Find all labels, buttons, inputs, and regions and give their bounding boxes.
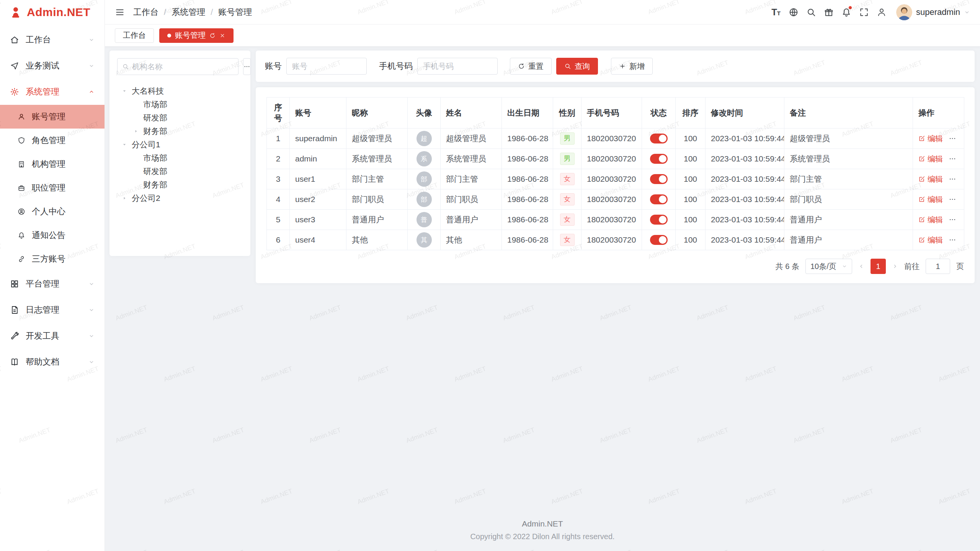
column-header-sort: 排序 <box>676 98 706 129</box>
query-button[interactable]: 查询 <box>556 58 598 75</box>
tree-expand-control[interactable] <box>122 196 132 201</box>
sidebar-item-grid[interactable]: 平台管理 <box>0 271 105 297</box>
tree-expand-control[interactable] <box>122 88 132 94</box>
bell-button[interactable] <box>840 5 853 19</box>
status-toggle[interactable] <box>650 215 668 225</box>
cell-gender: 男 <box>553 129 581 149</box>
edit-button[interactable]: 编辑 <box>918 194 943 205</box>
sidebar-item-doc[interactable]: 日志管理 <box>0 297 105 323</box>
breadcrumb-item[interactable]: 工作台 <box>133 7 158 18</box>
close-icon[interactable] <box>219 33 225 39</box>
add-button[interactable]: 新增 <box>611 58 653 75</box>
sidebar-subitem-building[interactable]: 机构管理 <box>0 152 105 176</box>
edit-button[interactable]: 编辑 <box>918 134 943 144</box>
caret-right-icon[interactable] <box>122 196 127 201</box>
org-more-button[interactable] <box>243 58 251 75</box>
profile-icon <box>18 208 25 215</box>
fullscreen-button[interactable] <box>857 5 871 19</box>
page-size-select[interactable]: 10条/页 <box>805 259 852 274</box>
tree-node[interactable]: 分公司2 <box>117 191 243 205</box>
sidebar-item-book[interactable]: 帮助文档 <box>0 349 105 375</box>
status-toggle[interactable] <box>650 194 668 204</box>
tab-1[interactable]: 账号管理 <box>159 28 234 43</box>
tree-expand-control[interactable] <box>122 142 132 147</box>
tree-node[interactable]: 财务部 <box>117 124 243 138</box>
caret-right-icon[interactable] <box>133 129 139 134</box>
font-size-button[interactable]: TT <box>769 5 783 19</box>
tree-node[interactable]: 研发部 <box>117 165 243 178</box>
tree-node[interactable]: 市场部 <box>117 151 243 165</box>
status-toggle[interactable] <box>650 154 668 164</box>
tree-node[interactable]: 大名科技 <box>117 84 243 98</box>
edit-button[interactable]: 编辑 <box>918 174 943 184</box>
sidebar-item-home[interactable]: 工作台 <box>0 27 105 53</box>
refresh-icon[interactable] <box>209 33 216 39</box>
cell-account: user4 <box>290 230 346 250</box>
chevron-down-icon <box>964 9 970 15</box>
org-search-input[interactable] <box>132 62 234 71</box>
sidebar-item-tool[interactable]: 开发工具 <box>0 323 105 349</box>
sidebar-subitem-user[interactable]: 账号管理 <box>0 105 105 129</box>
row-more-button[interactable] <box>949 175 956 183</box>
tree-node[interactable]: 分公司1 <box>117 138 243 151</box>
phone-input[interactable] <box>417 58 498 75</box>
user-button[interactable] <box>875 5 889 19</box>
tab-label: 工作台 <box>123 30 146 41</box>
tree-node[interactable]: 研发部 <box>117 111 243 124</box>
edit-button-label: 编辑 <box>928 154 943 164</box>
gift-button[interactable] <box>822 5 836 19</box>
row-more-button[interactable] <box>949 196 956 203</box>
org-search-box[interactable] <box>117 58 238 75</box>
tree-node[interactable]: 市场部 <box>117 98 243 111</box>
status-toggle[interactable] <box>650 235 668 245</box>
goto-page-input[interactable] <box>926 259 950 274</box>
edit-button[interactable]: 编辑 <box>918 154 943 164</box>
edit-button[interactable]: 编辑 <box>918 235 943 245</box>
sidebar-subitem-profile[interactable]: 个人中心 <box>0 200 105 223</box>
row-more-button[interactable] <box>949 135 956 142</box>
row-more-button[interactable] <box>949 216 956 223</box>
breadcrumb-item[interactable]: 系统管理 <box>172 7 205 18</box>
tree-expand-control[interactable] <box>133 129 143 134</box>
row-more-button[interactable] <box>949 155 956 163</box>
sidebar-item-send[interactable]: 业务测试 <box>0 53 105 79</box>
column-header-status: 状态 <box>642 98 676 129</box>
status-toggle[interactable] <box>650 174 668 184</box>
column-header-gender: 性别 <box>553 98 581 129</box>
status-toggle[interactable] <box>650 134 668 143</box>
cell-modified: 2023-01-03 10:59:44 <box>706 210 784 230</box>
sidebar-subitem-link[interactable]: 三方账号 <box>0 247 105 271</box>
next-page-button[interactable] <box>892 263 898 269</box>
menu-item-label: 帮助文档 <box>26 356 59 368</box>
tab-0[interactable]: 工作台 <box>115 28 154 43</box>
caret-down-icon[interactable] <box>122 142 127 147</box>
chevron-down-icon <box>88 281 95 287</box>
cell-avatar: 部 <box>408 189 441 210</box>
cell-phone: 18020030720 <box>581 189 642 210</box>
edit-button[interactable]: 编辑 <box>918 215 943 225</box>
globe-button[interactable] <box>787 5 800 19</box>
app-logo[interactable]: Admin.NET <box>0 0 105 24</box>
sidebar-subitem-shield[interactable]: 角色管理 <box>0 129 105 152</box>
tree-node[interactable]: 财务部 <box>117 178 243 191</box>
table-row: 6user4其他其其他1986-06-28女180200307201002023… <box>267 230 964 250</box>
sidebar-subitem-bell[interactable]: 通知公告 <box>0 223 105 247</box>
caret-down-icon[interactable] <box>122 88 127 94</box>
user-menu[interactable]: superadmin <box>896 4 970 20</box>
reset-button[interactable]: 重置 <box>510 58 552 75</box>
footer: Admin.NET Copyright © 2022 Dilon All rig… <box>105 512 980 551</box>
row-more-button[interactable] <box>949 236 956 244</box>
sidebar-item-gear[interactable]: 系统管理 <box>0 79 105 105</box>
row-actions: 编辑 <box>918 154 959 164</box>
account-input[interactable] <box>286 58 367 75</box>
prev-page-button[interactable] <box>858 263 864 269</box>
sidebar-subitem-briefcase[interactable]: 职位管理 <box>0 176 105 200</box>
search-button[interactable] <box>804 5 818 19</box>
row-actions: 编辑 <box>918 194 959 205</box>
more-h-icon <box>949 135 956 142</box>
topbar-right: TT superadmin <box>769 4 970 20</box>
gift-icon <box>824 7 834 17</box>
link-icon <box>18 255 25 263</box>
page-number-button[interactable]: 1 <box>871 259 886 274</box>
hamburger-icon[interactable] <box>115 7 125 17</box>
